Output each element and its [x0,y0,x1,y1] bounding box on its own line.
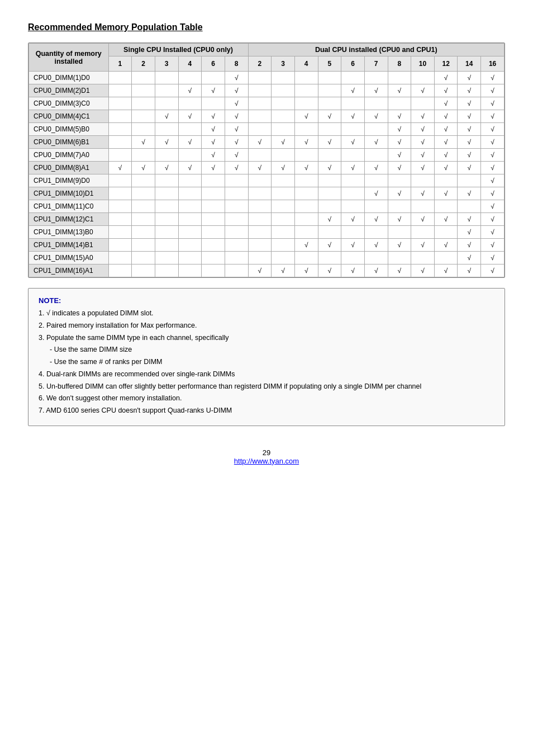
single-cpu-cell [155,97,178,110]
single-cpu-cell [155,252,178,264]
dual-cpu-cell: √ [411,84,435,97]
dual-cpu-cell: √ [364,187,388,200]
single-cpu-cell [178,239,202,252]
dual-cpu-cell [388,174,411,187]
footer-link[interactable]: http://www.tyan.com [234,457,299,465]
dual-cpu-cell [248,213,272,226]
dual-cpu-cell [272,174,295,187]
dual-cpu-cell: √ [341,84,365,97]
page-title: Recommended Memory Population Table [28,22,505,32]
dual-cpu-cell [388,200,411,213]
single-cpu-cell [202,200,225,213]
dual-cpu-cell [364,226,388,239]
single-cpu-cell [108,264,132,277]
dual-cpu-cell: √ [458,72,481,84]
single-cpu-cell [132,174,155,187]
col-s6: 6 [202,56,225,72]
dual-cpu-cell: √ [458,239,481,252]
dual-cpu-cell: √ [481,72,505,84]
dual-cpu-cell: √ [294,136,318,149]
dual-cpu-cell [318,226,341,239]
dimm-label: CPU1_DIMM(14)B1 [29,239,109,252]
dual-cpu-cell [294,123,318,136]
table-row: CPU0_DIMM(1)D0√√√√ [29,72,505,84]
single-cpu-cell [132,72,155,84]
dual-cpu-cell: √ [388,264,411,277]
dimm-label: CPU0_DIMM(8)A1 [29,162,109,174]
dual-cpu-cell: √ [341,264,365,277]
single-cpu-cell [202,239,225,252]
col-d12: 12 [434,56,458,72]
col-d5: 5 [318,56,341,72]
single-cpu-cell [132,97,155,110]
dimm-label: CPU0_DIMM(7)A0 [29,149,109,162]
dimm-label: CPU0_DIMM(4)C1 [29,110,109,123]
single-cpu-cell [132,187,155,200]
single-cpu-cell: √ [178,136,202,149]
single-cpu-cell [202,213,225,226]
dual-cpu-cell [364,200,388,213]
dual-cpu-cell: √ [364,264,388,277]
single-cpu-cell [225,264,248,277]
dual-cpu-cell [364,72,388,84]
dual-cpu-cell: √ [458,136,481,149]
dual-cpu-cell: √ [458,187,481,200]
single-cpu-cell [132,239,155,252]
dual-cpu-cell: √ [411,136,435,149]
single-cpu-cell [225,200,248,213]
dual-cpu-cell [294,187,318,200]
dual-cpu-cell: √ [411,149,435,162]
single-cpu-cell [225,174,248,187]
dual-cpu-cell: √ [364,136,388,149]
dual-cpu-cell [248,252,272,264]
note-item: 2. Paired memory installation for Max pe… [39,320,494,331]
single-cpu-cell [178,213,202,226]
dual-cpu-cell: √ [318,162,341,174]
col-d4: 4 [294,56,318,72]
dual-cpu-cell [388,97,411,110]
single-cpu-cell: √ [202,123,225,136]
dual-cpu-cell [411,200,435,213]
single-cpu-cell: √ [225,84,248,97]
dual-cpu-cell: √ [434,72,458,84]
single-cpu-cell [155,174,178,187]
single-cpu-cell [108,200,132,213]
dual-cpu-cell [341,226,365,239]
col-d6: 6 [341,56,365,72]
dual-cpu-cell [411,97,435,110]
dual-cpu-cell: √ [481,110,505,123]
single-cpu-cell [155,239,178,252]
dual-cpu-cell: √ [341,136,365,149]
dual-cpu-cell: √ [481,264,505,277]
single-cpu-cell [178,72,202,84]
note-item: - Use the same DIMM size [39,344,494,355]
dimm-label: CPU0_DIMM(2)D1 [29,84,109,97]
single-cpu-cell [178,200,202,213]
dual-cpu-cell: √ [434,239,458,252]
dual-cpu-cell: √ [481,174,505,187]
single-cpu-cell [178,174,202,187]
single-cpu-cell [225,226,248,239]
dual-cpu-cell [272,149,295,162]
col-d14: 14 [458,56,481,72]
dual-cpu-cell [294,200,318,213]
dual-cpu-cell: √ [318,136,341,149]
single-cpu-cell [155,226,178,239]
single-cpu-cell [202,187,225,200]
dual-cpu-cell [341,149,365,162]
dual-cpu-cell [248,97,272,110]
single-cpu-cell: √ [202,162,225,174]
single-cpu-cell [108,213,132,226]
table-row: CPU1_DIMM(14)B1√√√√√√√√√ [29,239,505,252]
dual-cpu-cell [341,97,365,110]
dual-cpu-cell: √ [434,97,458,110]
single-cpu-cell [155,200,178,213]
dual-cpu-cell: √ [481,162,505,174]
dual-cpu-cell [388,226,411,239]
dual-cpu-cell: √ [411,264,435,277]
single-cpu-cell [225,239,248,252]
dual-cpu-cell: √ [481,136,505,149]
dual-cpu-cell: √ [388,162,411,174]
dual-cpu-cell: √ [458,110,481,123]
single-cpu-cell [202,97,225,110]
